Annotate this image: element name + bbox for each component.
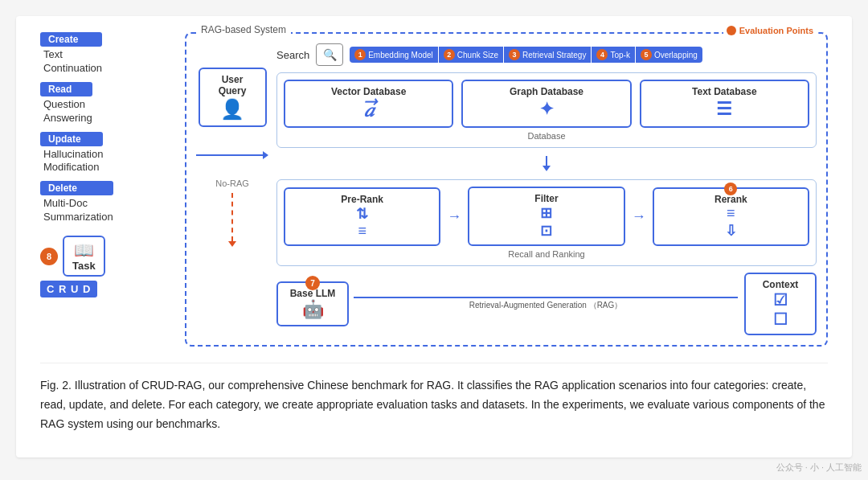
bottom-section: 7 Base LLM 🤖 Retrieval-Augmented Generat… xyxy=(276,273,817,335)
filter-label: Filter xyxy=(534,193,558,204)
search-row: Search 🔍 1 Embedding Model 2 Chunk Size xyxy=(276,43,817,66)
eval-tag-5: 5 Overlapping xyxy=(636,47,702,63)
vector-db-box: Vector Database 𝑎⃗ xyxy=(284,80,453,128)
task-label: Task xyxy=(72,260,96,272)
db-to-recall-arrow xyxy=(276,154,817,173)
task-box: 📖 Task xyxy=(63,236,105,277)
badge-6: 6 xyxy=(724,183,737,195)
crud-letters: C R U D xyxy=(40,281,97,297)
eval-dot xyxy=(727,26,736,35)
context-label: Context xyxy=(763,279,799,290)
crud-delete-row: Delete Multi-DocSummarization xyxy=(40,181,177,224)
task-icon: 📖 xyxy=(74,240,94,260)
eval-tag-label-1: Embedding Model xyxy=(368,51,433,59)
eval-points-label: Evaluation Points xyxy=(739,26,813,35)
vector-db-icon: 𝑎⃗ xyxy=(293,99,444,121)
filter-box: Filter ⊞⊡ xyxy=(468,187,624,246)
eval-tag-label-2: Chunk Size xyxy=(457,51,498,59)
pre-rank-icon: ⇅≡ xyxy=(293,205,431,240)
user-query-col: User Query 👤 No-RAG xyxy=(196,43,268,335)
user-icon: 👤 xyxy=(208,98,257,121)
crud-read-label: QuestionAnswering xyxy=(40,98,92,125)
rerank-box: 6 Rerank ≡⇩ xyxy=(653,187,809,246)
text-db-icon: ☰ xyxy=(649,99,800,120)
eval-num-5: 5 xyxy=(641,49,652,60)
db-boxes: Vector Database 𝑎⃗ Graph Database ✦ Text… xyxy=(284,80,809,128)
recall-boxes: Pre-Rank ⇅≡ → Filter ⊞⊡ → 6 Rera xyxy=(284,187,809,246)
crud-read-badge: Read xyxy=(40,82,92,96)
eval-tag-3: 3 Retrieval Strategy xyxy=(504,47,591,63)
rag-right: Search 🔍 1 Embedding Model 2 Chunk Size xyxy=(276,43,817,335)
context-box: Context ☑☐ xyxy=(744,273,817,335)
eval-num-1: 1 xyxy=(354,49,366,60)
eval-tag-label-3: Retrieval Strategy xyxy=(522,51,586,59)
eval-tags: 1 Embedding Model 2 Chunk Size 3 xyxy=(350,47,702,63)
text-db-box: Text Database ☰ xyxy=(640,80,809,128)
search-label: Search xyxy=(276,49,309,61)
graph-db-label: Graph Database xyxy=(510,86,583,97)
llm-icon: 🤖 xyxy=(286,299,339,320)
db-section: Vector Database 𝑎⃗ Graph Database ✦ Text… xyxy=(276,72,817,148)
crud-bottom: 8 📖 Task xyxy=(40,236,177,277)
caption: Fig. 2. Illustration of CRUD-RAG, our co… xyxy=(40,363,828,433)
user-query-label: User Query xyxy=(219,74,247,96)
rerank-icon: ≡⇩ xyxy=(662,205,800,240)
rag-system: RAG-based System Evaluation Points User … xyxy=(185,32,828,347)
graph-db-icon: ✦ xyxy=(471,99,621,120)
vector-db-label: Vector Database xyxy=(331,86,406,97)
context-icon: ☑☐ xyxy=(754,290,807,329)
crud-update-badge: Update xyxy=(40,132,103,146)
eval-tag-2: 2 Chunk Size xyxy=(439,47,503,63)
user-query-box: User Query 👤 xyxy=(199,68,267,127)
recall-section: Pre-Rank ⇅≡ → Filter ⊞⊡ → 6 Rera xyxy=(276,179,817,266)
rag-arrow-label: Retrieval-Augmented Generation （RAG） xyxy=(469,300,623,311)
crud-create-row: Create TextContinuation xyxy=(40,32,177,76)
eval-tag-label-5: Overlapping xyxy=(654,51,698,59)
rag-system-title: RAG-based System xyxy=(196,24,291,35)
rag-inner: User Query 👤 No-RAG xyxy=(196,43,817,335)
crud-read-row: Read QuestionAnswering xyxy=(40,82,177,125)
graph-db-box: Graph Database ✦ xyxy=(461,80,631,128)
eval-num-2: 2 xyxy=(444,49,455,60)
arrow-2: → xyxy=(632,208,646,225)
crud-update-label: HallucinationModification xyxy=(40,148,103,175)
text-db-label: Text Database xyxy=(692,86,756,97)
eval-tag-1: 1 Embedding Model xyxy=(350,47,438,63)
database-section-label: Database xyxy=(284,131,809,141)
base-llm-box: 7 Base LLM 🤖 xyxy=(276,281,349,326)
watermark: 公众号 · 小 · 人工智能 xyxy=(776,462,862,474)
crud-delete-label: Multi-DocSummarization xyxy=(40,197,113,224)
recall-section-label: Recall and Ranking xyxy=(284,249,809,259)
dashed-arrow xyxy=(228,193,236,247)
eval-tag-label-4: Top-k xyxy=(610,51,629,59)
pre-rank-box: Pre-Rank ⇅≡ xyxy=(284,187,440,246)
crud-create-badge: Create xyxy=(40,32,102,47)
crud-update-row: Update HallucinationModification xyxy=(40,132,177,175)
eval-num-4: 4 xyxy=(596,49,608,60)
diagram-area: Create TextContinuation Read QuestionAns… xyxy=(40,32,828,347)
main-container: Create TextContinuation Read QuestionAns… xyxy=(16,16,852,457)
crud-create-label: TextContinuation xyxy=(40,48,102,76)
crud-panel: Create TextContinuation Read QuestionAns… xyxy=(40,32,185,347)
rerank-label: Rerank xyxy=(714,194,747,205)
eval-points: Evaluation Points xyxy=(723,26,817,35)
arrow-1: → xyxy=(447,208,461,225)
no-rag-label: No-RAG xyxy=(215,178,249,188)
badge-8: 8 xyxy=(40,248,58,265)
filter-icon: ⊞⊡ xyxy=(477,204,615,240)
badge-7: 7 xyxy=(305,276,320,290)
eval-tag-4: 4 Top-k xyxy=(592,47,634,63)
eval-num-3: 3 xyxy=(509,49,520,60)
pre-rank-label: Pre-Rank xyxy=(341,194,383,205)
crud-delete-badge: Delete xyxy=(40,181,113,195)
search-icon: 🔍 xyxy=(316,43,343,66)
